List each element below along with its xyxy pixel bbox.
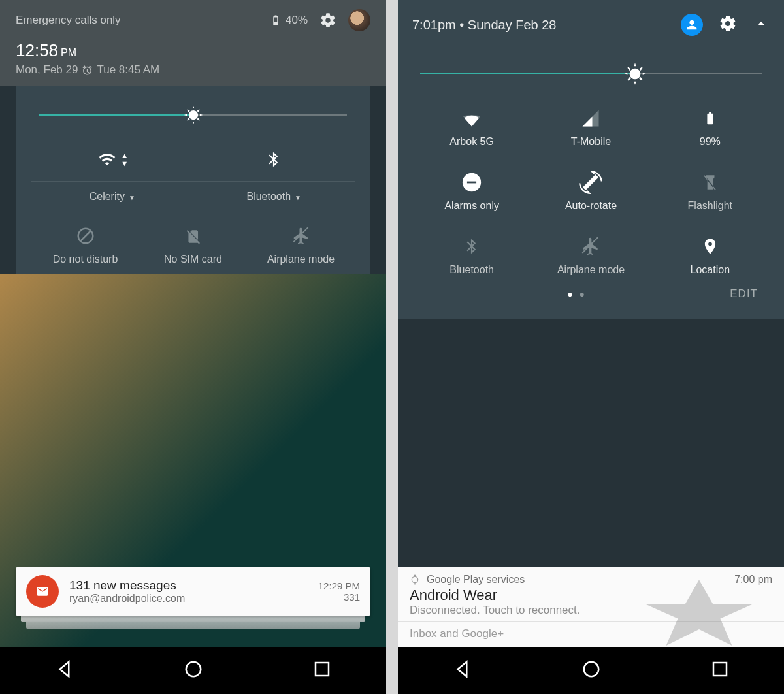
battery-icon <box>703 107 717 129</box>
notification-card[interactable]: 131 new messages ryan@androidpolice.com … <box>16 567 370 629</box>
notification-card[interactable]: Google Play services 7:00 pm Android Wea… <box>398 567 784 621</box>
notif-subtitle: Disconnected. Touch to reconnect. <box>410 604 772 617</box>
alarm-icon <box>82 65 93 76</box>
wifi-tile[interactable]: ▲▼ Celerity▼ <box>31 143 193 204</box>
sim-tile[interactable]: No SIM card <box>139 221 247 265</box>
brightness-icon[interactable] <box>182 104 204 126</box>
svg-point-9 <box>583 662 598 677</box>
page-indicator[interactable]: ● ● <box>424 289 730 299</box>
slider-fill <box>39 114 193 116</box>
user-icon[interactable] <box>681 14 703 36</box>
recents-button[interactable] <box>312 659 332 682</box>
airplane-label: Airplane mode <box>531 264 650 276</box>
datetime-label[interactable]: 7:01pm • Sunday Feb 28 <box>412 18 556 33</box>
wifi-dropdown[interactable]: Celerity▼ <box>31 187 193 204</box>
battery-tile[interactable]: 99% <box>651 103 770 148</box>
notification-area: Google Play services 7:00 pm Android Wea… <box>398 567 784 647</box>
brightness-slider[interactable] <box>39 104 347 126</box>
bluetooth-label: Bluetooth <box>412 264 531 276</box>
notif-time: 12:29 PM <box>318 580 360 591</box>
sim-label: No SIM card <box>139 254 247 265</box>
battery-pct: 40% <box>286 14 308 27</box>
avatar[interactable] <box>348 9 370 31</box>
back-button[interactable] <box>55 659 74 682</box>
svg-point-5 <box>412 576 417 582</box>
stacked-notif-hint <box>21 616 365 622</box>
signal-icon <box>581 108 600 128</box>
dnd-icon <box>76 226 95 246</box>
svg-point-1 <box>186 662 201 677</box>
brightness-slider[interactable] <box>420 63 762 85</box>
flashlight-tile[interactable]: Flashlight <box>651 167 770 212</box>
slider-fill <box>420 73 635 74</box>
wifi-icon <box>460 108 483 128</box>
bluetooth-icon <box>265 148 282 171</box>
svg-rect-6 <box>414 575 416 576</box>
edit-button[interactable]: EDIT <box>730 288 758 301</box>
clock-ampm: PM <box>61 47 76 58</box>
clock-time: 12:58 <box>16 41 58 60</box>
svg-rect-2 <box>316 663 329 676</box>
bluetooth-icon <box>463 235 480 258</box>
airplane-label: Airplane mode <box>247 254 355 265</box>
settings-icon[interactable] <box>319 12 336 29</box>
statusbar: Emergency calls only 40% <box>0 0 386 41</box>
notif-title: Android Wear <box>410 587 772 604</box>
flashlight-icon <box>702 171 719 193</box>
autorotate-tile[interactable]: Auto-rotate <box>531 167 650 212</box>
wifi-label: Arbok 5G <box>412 136 531 148</box>
svg-rect-0 <box>274 18 278 22</box>
battery-indicator: 40% <box>270 13 308 27</box>
navigation-bar <box>0 647 386 694</box>
battery-icon <box>270 13 282 27</box>
navigation-bar <box>398 647 784 694</box>
no-sim-icon <box>185 225 202 246</box>
emergency-label: Emergency calls only <box>16 14 121 27</box>
wifi-tile[interactable]: Arbok 5G <box>412 103 531 148</box>
phone-screenshot-left: Emergency calls only 40% 12:58PM Mon, Fe… <box>0 0 386 694</box>
dnd-tile[interactable]: Do not disturb <box>31 221 139 265</box>
battery-label: 99% <box>651 136 770 148</box>
autorotate-icon <box>579 171 602 194</box>
notification-summary[interactable]: Inbox and Google+ <box>398 622 784 647</box>
date-label: Mon, Feb 29 <box>16 63 78 76</box>
quick-settings-panel: Arbok 5G T-Mobile 99% Alarms only Auto-r… <box>398 50 784 319</box>
notif-app: Google Play services <box>427 574 525 586</box>
recents-button[interactable] <box>710 659 730 682</box>
location-label: Location <box>651 264 770 276</box>
location-tile[interactable]: Location <box>651 231 770 276</box>
notif-more-label: Inbox and Google+ <box>410 627 504 640</box>
alarms-only-tile[interactable]: Alarms only <box>412 167 531 212</box>
autorotate-label: Auto-rotate <box>531 200 650 212</box>
datetime-block[interactable]: 12:58PM Mon, Feb 29 Tue 8:45 AM <box>0 41 386 86</box>
collapse-icon[interactable] <box>753 15 770 35</box>
notif-count: 331 <box>318 591 360 603</box>
dnd-label: Do not disturb <box>31 254 139 265</box>
notif-title: 131 new messages <box>69 578 318 593</box>
bluetooth-dropdown[interactable]: Bluetooth▼ <box>193 187 355 204</box>
bluetooth-tile[interactable]: Bluetooth <box>412 231 531 276</box>
signal-label: T-Mobile <box>531 136 650 148</box>
location-icon <box>701 235 719 258</box>
home-button[interactable] <box>581 659 601 682</box>
svg-rect-4 <box>467 182 476 184</box>
alarm-label: Tue 8:45 AM <box>97 63 159 76</box>
back-button[interactable] <box>453 659 472 682</box>
airplane-tile[interactable]: Airplane mode <box>247 221 355 265</box>
brightness-icon[interactable] <box>622 61 648 87</box>
flashlight-label: Flashlight <box>651 200 770 212</box>
airplane-tile[interactable]: Airplane mode <box>531 231 650 276</box>
phone-screenshot-right: 7:01pm • Sunday Feb 28 Arbok 5G <box>398 0 784 694</box>
signal-tile[interactable]: T-Mobile <box>531 103 650 148</box>
home-button[interactable] <box>184 659 203 682</box>
airplane-icon <box>291 226 311 246</box>
divider <box>31 181 193 182</box>
statusbar: 7:01pm • Sunday Feb 28 <box>398 0 784 50</box>
alarms-only-icon <box>461 171 483 193</box>
settings-icon[interactable] <box>719 14 737 36</box>
alarms-only-label: Alarms only <box>412 200 531 212</box>
svg-rect-10 <box>713 663 727 676</box>
bluetooth-tile[interactable]: Bluetooth▼ <box>193 143 355 204</box>
airplane-icon <box>580 236 601 257</box>
notif-subtitle: ryan@androidpolice.com <box>69 593 318 604</box>
